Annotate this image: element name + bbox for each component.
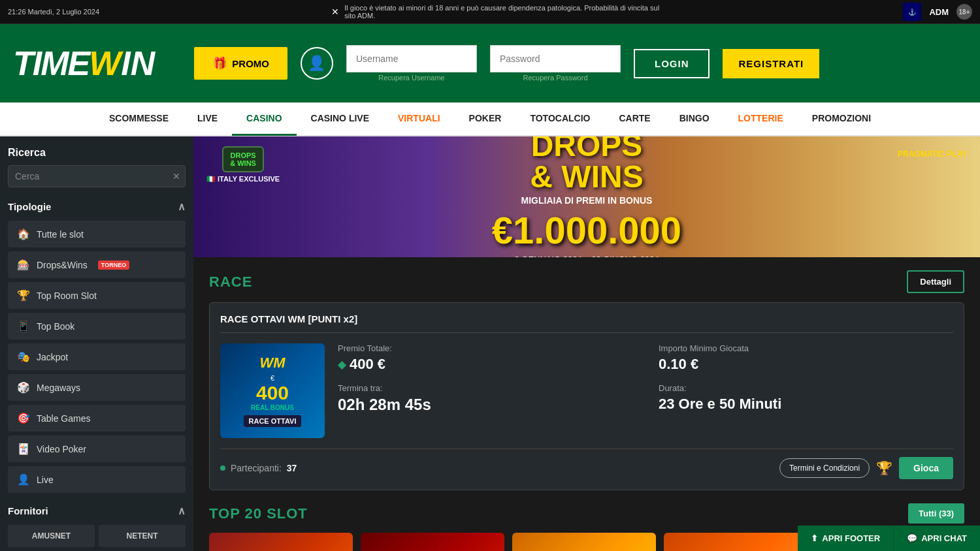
recover-username-link[interactable]: Recupera Username — [346, 74, 477, 82]
chat-label: APRI CHAT — [921, 533, 967, 543]
register-button[interactable]: REGISTRATI — [723, 49, 819, 78]
trophy-icon: 🏆 — [876, 460, 892, 476]
username-input[interactable] — [346, 45, 477, 72]
adm-icon: ⚓ — [903, 3, 921, 21]
sidebar-item-top-book[interactable]: 📱 Top Book — [8, 313, 186, 339]
race-real-bonus: REAL BONUS — [251, 404, 294, 411]
close-icon[interactable]: ✕ — [331, 7, 339, 17]
fornitori-title: Fornitori — [8, 505, 48, 516]
banner-inner: DROPS & WINS 🇮🇹 ITALY EXCLUSIVE DROPS & … — [193, 136, 980, 257]
nav-lotterie[interactable]: LOTTERIE — [724, 102, 798, 136]
sidebar-item-label: Drops&Wins — [37, 260, 88, 270]
sidebar-item-label: Jackpot — [37, 352, 68, 362]
prize-label: Premio Totale: — [338, 343, 632, 353]
sidebar-item-label: Megaways — [37, 383, 80, 393]
content-area: DROPS & WINS 🇮🇹 ITALY EXCLUSIVE DROPS & … — [193, 136, 980, 551]
nav-scommesse[interactable]: SCOMMESSE — [95, 102, 183, 136]
provider-grid: AMUSNET NETENT PLAYNGO GREENTUBE — [8, 525, 186, 551]
all-button[interactable]: Tutti (33) — [908, 503, 964, 524]
password-input[interactable] — [490, 45, 621, 72]
nav-poker[interactable]: POKER — [455, 102, 516, 136]
search-input[interactable] — [8, 165, 186, 187]
tipologie-title: Tipologie — [8, 201, 51, 212]
details-button[interactable]: Dettagli — [907, 270, 964, 293]
ends-value: 02h 28m 45s — [338, 396, 632, 414]
topbook-icon: 📱 — [17, 320, 30, 332]
banner-amount: €1.000.000 — [492, 208, 681, 252]
nav-bingo[interactable]: BINGO — [665, 102, 724, 136]
nav-casino-live[interactable]: CASINO LIVE — [297, 102, 384, 136]
sidebar-item-label: Live — [37, 475, 54, 485]
sidebar-item-megaways[interactable]: 🎲 Megaways — [8, 374, 186, 401]
login-button[interactable]: LOGIN — [634, 49, 710, 78]
slot-card-4[interactable]: ⛺ — [664, 533, 808, 551]
recover-password-link[interactable]: Recupera Password — [490, 74, 621, 82]
videopoker-icon: 🃏 — [17, 443, 30, 455]
race-image: WM € 400 REAL BONUS RACE OTTAVI — [220, 343, 325, 438]
fornitori-section: Fornitori ∧ AMUSNET NETENT PLAYNGO GREEN… — [8, 505, 186, 551]
promo-button[interactable]: 🎁 PROMO — [194, 47, 287, 80]
tablegames-icon: 🎯 — [17, 412, 30, 424]
nav-virtuali[interactable]: VIRTUALI — [384, 102, 455, 136]
search-clear-icon[interactable]: ✕ — [172, 171, 180, 181]
italy-exclusive: 🇮🇹 ITALY EXCLUSIVE — [206, 175, 280, 183]
race-content: WM € 400 REAL BONUS RACE OTTAVI Premio T… — [220, 343, 953, 438]
sidebar-item-label: Tutte le slot — [37, 229, 84, 240]
open-chat-button[interactable]: 💬 APRI CHAT — [893, 526, 980, 551]
logo: TIME W IN — [13, 44, 155, 83]
search-box: ✕ — [8, 165, 186, 187]
banner[interactable]: DROPS & WINS 🇮🇹 ITALY EXCLUSIVE DROPS & … — [193, 136, 980, 257]
provider-amusnet[interactable]: AMUSNET — [8, 525, 95, 547]
avatar-button[interactable]: 👤 — [301, 47, 333, 80]
open-footer-button[interactable]: ⬆ APRI FOOTER — [798, 526, 893, 551]
nav-totocalcio[interactable]: TOTOCALCIO — [515, 102, 604, 136]
slot-card-inner-1: 👑 — [209, 533, 353, 551]
slot-card-inner-2: 🎰 — [361, 533, 504, 551]
sidebar-search-title: Ricerca — [8, 147, 186, 159]
age-badge: 18+ — [956, 4, 972, 20]
avatar-icon: 👤 — [308, 55, 325, 72]
sidebar-item-video-poker[interactable]: 🃏 Video Poker — [8, 435, 186, 462]
jackpot-icon: 🎭 — [17, 351, 30, 363]
slot-card-2[interactable]: 🎰 — [361, 533, 504, 551]
race-title: RACE — [209, 274, 252, 291]
sidebar-item-label: Table Games — [37, 413, 90, 424]
terms-button[interactable]: Termini e Condizioni — [779, 458, 870, 478]
slot-card-inner-3: 🌅 — [512, 533, 656, 551]
provider-netent[interactable]: NETENT — [99, 525, 186, 547]
username-field: Recupera Username — [346, 45, 477, 82]
race-actions: Termini e Condizioni 🏆 Gioca — [779, 457, 953, 479]
sidebar-item-table-games[interactable]: 🎯 Table Games — [8, 405, 186, 432]
promo-label: PROMO — [232, 58, 269, 69]
top-bar: 21:26 Martedì, 2 Luglio 2024 ✕ Il gioco … — [0, 0, 980, 24]
sidebar-item-live[interactable]: 👤 Live — [8, 466, 186, 493]
banner-title-area: DROPS & WINS MIGLIAIA DI PREMI IN BONUS … — [492, 136, 681, 257]
nav-live[interactable]: LIVE — [183, 102, 232, 136]
participants: Partecipanti: 37 — [220, 463, 297, 473]
tipologie-header: Tipologie ∧ — [8, 200, 186, 213]
sidebar-item-jackpot[interactable]: 🎭 Jackpot — [8, 343, 186, 370]
warning-text: Il gioco è vietato ai minori di 18 anni … — [344, 4, 671, 20]
slot-card-1[interactable]: 👑 — [209, 533, 353, 551]
prize-amount-display: 400 € — [350, 356, 385, 373]
drops-wins-badge: DROPS & WINS — [222, 146, 264, 172]
sidebar-item-drops-wins[interactable]: 🎰 Drops&Wins TORNEO — [8, 251, 186, 278]
slot-card-3[interactable]: 🌅 — [512, 533, 656, 551]
sidebar-item-top-room[interactable]: 🏆 Top Room Slot — [8, 282, 186, 309]
participants-label: Partecipanti: — [231, 463, 282, 473]
tipologie-chevron[interactable]: ∧ — [178, 200, 186, 213]
nav-casino[interactable]: CASINO — [232, 102, 296, 136]
wm-logo: WM — [259, 354, 285, 371]
play-button[interactable]: Gioca — [899, 457, 953, 479]
nav-carte[interactable]: CARTE — [604, 102, 664, 136]
participants-dot — [220, 465, 225, 471]
sidebar-item-tutte-slot[interactable]: 🏠 Tutte le slot — [8, 221, 186, 247]
race-card-title: RACE OTTAVI WM [PUNTI x2] — [220, 313, 953, 333]
slot-card-inner-4: ⛺ — [664, 533, 808, 551]
race-prize-text: € — [270, 374, 274, 382]
fornitori-chevron[interactable]: ∧ — [178, 505, 186, 517]
race-heading: RACE Dettagli — [209, 270, 964, 293]
nav-promozioni[interactable]: PROMOZIONI — [798, 102, 885, 136]
megaways-icon: 🎲 — [17, 381, 30, 394]
datetime: 21:26 Martedì, 2 Luglio 2024 — [8, 8, 99, 16]
